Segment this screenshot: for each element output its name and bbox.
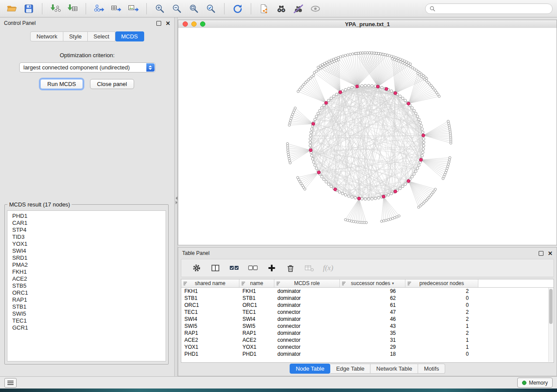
mcds-result-list[interactable]: PHD1CAR1STP4TID3YOX1SWI4SRD1PMA2FKH1ACE2… [7,210,166,361]
vertical-splitter[interactable] [175,17,178,376]
tab-select[interactable]: Select [88,31,115,41]
table-cell: PHD1 [181,351,239,358]
mcds-result-item[interactable]: SRD1 [12,254,166,261]
table-row[interactable]: PHD1PHD1dominator180 [181,351,554,358]
refresh-button[interactable] [230,2,245,15]
network-window-title: YPA_prune.txt_1 [345,21,390,28]
save-session-button[interactable] [21,2,36,15]
tab-edge-table[interactable]: Edge Table [330,364,370,374]
table-row[interactable]: STB1STB1dominator620 [181,295,554,302]
optimization-criterion-select[interactable]: largest connected component (undirected) [19,62,156,72]
main-toolbar [0,0,557,17]
table-row[interactable]: SWI5SWI5connector431 [181,323,554,330]
zoom-in-button[interactable] [152,2,167,15]
column-header-shared-name[interactable]: shared name [181,279,239,287]
table-cell: SWI4 [239,316,274,323]
export-document-button[interactable] [257,2,272,15]
mcds-result-item[interactable]: FKH1 [12,268,166,275]
memory-button[interactable]: Memory [517,378,553,388]
control-panel-tabs: NetworkStyleSelectMCDS [0,31,174,41]
table-row[interactable]: SWI4SWI4dominator462 [181,316,554,323]
mcds-result-item[interactable]: ORC1 [12,289,166,296]
close-table-panel-icon[interactable]: ✕ [548,251,553,256]
mcds-result-item[interactable]: TID3 [12,234,166,241]
table-scrollbar[interactable] [548,288,553,362]
export-image-icon [128,3,139,14]
mcds-result-item[interactable]: CAR1 [12,220,166,227]
import-network-button[interactable] [48,2,63,15]
mcds-result-item[interactable]: SWI5 [12,310,166,317]
mcds-result-item[interactable]: TEC1 [12,317,166,324]
mcds-result-item[interactable]: SWI4 [12,248,166,254]
mcds-result-item[interactable]: PMA2 [12,261,166,268]
column-sort-icon [183,282,187,285]
minimize-window-icon[interactable] [191,21,197,27]
tab-network-table[interactable]: Network Table [370,364,418,374]
zoom-fit-button[interactable] [187,2,201,15]
open-file-button[interactable] [4,2,19,15]
export-image-button[interactable] [126,2,141,15]
tab-style[interactable]: Style [63,31,88,41]
table-cell: RAP1 [239,330,274,337]
column-header-successor-nodes[interactable]: successor nodes▾ [340,279,405,287]
mcds-result-item[interactable]: ACE2 [12,275,166,282]
column-header-MCDS-role[interactable]: MCDS role [274,279,340,287]
float-panel-icon[interactable] [156,21,161,26]
table-settings-button[interactable] [191,262,202,274]
table-row[interactable]: RAP1RAP1dominator352 [181,330,554,337]
tab-motifs[interactable]: Motifs [418,364,445,374]
mcds-result-item[interactable]: STB5 [12,282,166,289]
deselect-all-button[interactable] [247,262,259,274]
scrollbar-thumb[interactable] [549,289,553,324]
table-row[interactable]: YOX1YOX1connector291 [181,344,554,351]
find-filter-button[interactable] [291,2,306,15]
tab-node-table[interactable]: Node Table [290,364,331,374]
column-menu-caret-icon[interactable]: ▾ [392,281,394,285]
show-columns-button[interactable] [210,262,221,274]
table-row[interactable]: FKH1FKH1dominator962 [181,288,554,295]
search-box[interactable] [425,3,553,14]
table-cell: 46 [340,316,405,323]
network-graph[interactable] [178,28,557,245]
task-history-button[interactable] [4,378,17,388]
delete-column-button[interactable] [285,262,296,274]
mcds-result-item[interactable]: YOX1 [12,241,166,248]
tab-mcds[interactable]: MCDS [115,31,144,41]
column-header-predecessor-nodes[interactable]: predecessor nodes [405,279,478,287]
float-table-panel-icon[interactable] [539,251,543,256]
mcds-result-item[interactable]: STP4 [12,227,166,234]
close-panel-button[interactable]: Close panel [90,79,134,89]
trash-icon [286,263,295,273]
toggle-visibility-button[interactable] [308,2,323,15]
mcds-result-item[interactable]: STB1 [12,303,166,310]
table-cell: 1 [405,323,478,330]
table-row[interactable]: TEC1TEC1connector472 [181,309,554,316]
plus-icon [267,263,277,273]
export-network-button[interactable] [92,2,107,15]
export-table-button[interactable] [109,2,124,15]
select-all-button[interactable] [228,262,240,274]
search-input[interactable] [438,5,548,12]
network-canvas[interactable] [178,28,557,245]
import-table-button[interactable] [65,2,80,15]
zoom-selected-button[interactable] [204,2,218,15]
table-row[interactable]: ORC1ORC1dominator610 [181,302,554,309]
tab-network[interactable]: Network [30,31,63,41]
table-row[interactable]: ACE2ACE2connector311 [181,337,554,344]
close-panel-icon[interactable]: ✕ [166,21,170,26]
column-header-name[interactable]: name [239,279,274,287]
maximize-window-icon[interactable] [200,21,205,27]
mcds-result-item[interactable]: PHD1 [12,213,166,220]
close-window-icon[interactable] [183,21,188,27]
mcds-result-item[interactable]: RAP1 [12,296,166,303]
splitter-handle-icon[interactable] [175,196,178,205]
find-button[interactable] [274,2,289,15]
mcds-result-item[interactable]: GCR1 [12,324,166,331]
refresh-icon [232,3,243,14]
network-window-titlebar[interactable]: YPA_prune.txt_1 [178,20,557,28]
table-cell: 2 [405,316,478,323]
run-mcds-button[interactable]: Run MCDS [40,79,83,89]
table-cell: ORC1 [181,302,239,309]
zoom-out-button[interactable] [170,2,184,15]
add-column-button[interactable] [266,262,277,274]
